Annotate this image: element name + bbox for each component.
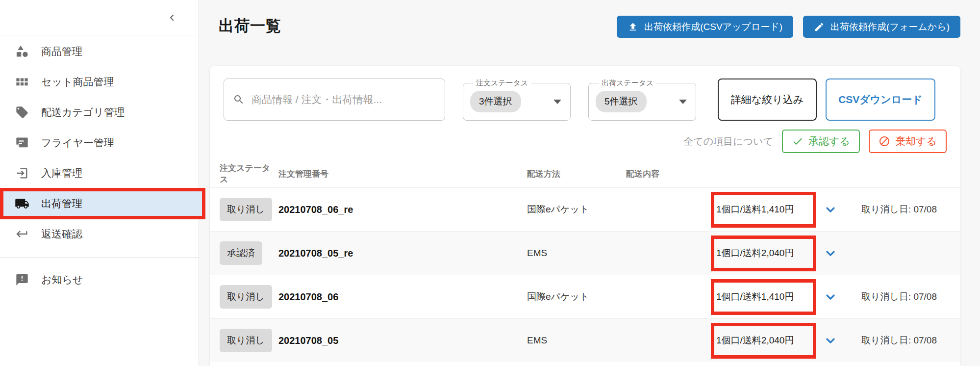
shipping-method: 国際eパケット [527, 290, 711, 303]
shipping-content-annotated: 1個口/送料2,040円 [711, 235, 816, 271]
expand-row-button[interactable] [816, 291, 845, 303]
status-badge: 取り消し [220, 329, 272, 352]
sidebar-divider [0, 257, 199, 258]
sidebar-item-label: 商品管理 [41, 45, 82, 58]
create-shipment-form-button[interactable]: 出荷依頼作成(フォームから) [803, 16, 960, 38]
main-content: 出荷一覧 出荷依頼作成(CSVアップロード) 出荷依頼作成(フォームから) [199, 0, 980, 366]
expand-row-button[interactable] [816, 335, 845, 346]
expand-row-button[interactable] [816, 204, 845, 215]
page-title: 出荷一覧 [219, 16, 281, 36]
sidebar-item-shipping[interactable]: 出荷管理 [0, 188, 205, 219]
sidebar-item-notices[interactable]: お知らせ [0, 264, 199, 295]
chevron-left-icon [168, 13, 176, 22]
table-row[interactable]: 取り消し 20210708_06_re 国際eパケット 1個口/送料1,410円… [210, 187, 960, 231]
shipment-table: 注文ステータス 注文管理番号 配送方法 配送内容 取り消し 20210708_0… [210, 160, 960, 362]
sidebar-item-label: 出荷管理 [41, 197, 82, 210]
csv-download-button[interactable]: CSVダウンロード [826, 78, 935, 121]
chevron-down-icon [825, 291, 836, 303]
truck-icon [15, 196, 29, 211]
shipping-content-annotated: 1個口/送料2,040円 [711, 323, 816, 359]
bulk-actions-row: 全ての項目について 承認する 棄却する [210, 130, 960, 153]
sidebar-item-set-products[interactable]: セット商品管理 [0, 67, 199, 97]
expand-row-button[interactable] [816, 247, 845, 259]
ship-status-chip[interactable]: 5件選択 [596, 91, 647, 112]
sidebar-item-label: フライヤー管理 [41, 136, 114, 150]
caret-down-icon [553, 100, 561, 104]
order-number: 20210708_05_re [278, 248, 527, 259]
table-row[interactable]: 取り消し 20210708_06 国際eパケット 1個口/送料1,410円 取り… [210, 275, 960, 318]
search-input[interactable] [251, 94, 436, 105]
order-number: 20210708_05 [278, 335, 527, 346]
cancel-date: 取り消し日: 07/08 [861, 290, 960, 303]
column-header-method: 配送方法 [527, 168, 626, 180]
sidebar-top [0, 0, 199, 35]
button-label: 出荷依頼作成(CSVアップロード) [644, 21, 782, 33]
header-buttons: 出荷依頼作成(CSVアップロード) 出荷依頼作成(フォームから) [617, 16, 960, 38]
pencil-icon [814, 22, 825, 32]
status-badge: 取り消し [220, 198, 272, 221]
order-number: 20210708_06_re [278, 204, 527, 215]
table-header-row: 注文ステータス 注文管理番号 配送方法 配送内容 [210, 160, 960, 187]
order-status-chip[interactable]: 3件選択 [470, 91, 521, 112]
order-status-filter-label: 注文ステータス [473, 78, 531, 88]
ship-status-filter-label: 出荷ステータス [599, 78, 656, 88]
filter-bar: 注文ステータス 3件選択 出荷ステータス 5件選択 詳細な絞り込み CSVダウン… [210, 66, 960, 121]
ship-status-filter[interactable]: 出荷ステータス 5件選択 [588, 78, 696, 121]
bulk-actions-label: 全ての項目について [683, 135, 773, 148]
column-header-status: 注文ステータス [220, 162, 278, 185]
button-label: 出荷依頼作成(フォームから) [830, 21, 950, 33]
flyer-icon [15, 135, 29, 150]
sidebar: 商品管理 セット商品管理 配送カテゴリ管理 フライヤー管理 入庫管理 [0, 0, 199, 366]
sidebar-item-label: 配送カテゴリ管理 [41, 105, 125, 119]
chevron-down-icon [825, 247, 836, 259]
shipping-content-annotated: 1個口/送料1,410円 [711, 192, 816, 228]
inbound-icon [15, 166, 29, 181]
sidebar-item-inbound[interactable]: 入庫管理 [0, 158, 199, 188]
shipping-method: EMS [527, 248, 711, 259]
order-number: 20210708_06 [278, 291, 527, 303]
chevron-down-icon [825, 335, 836, 346]
upload-icon [628, 22, 638, 32]
main-header: 出荷一覧 出荷依頼作成(CSVアップロード) 出荷依頼作成(フォームから) [210, 16, 960, 38]
table-row[interactable]: 承認済 20210708_05_re EMS 1個口/送料2,040円 [210, 231, 960, 275]
search-box [224, 78, 445, 121]
grid-icon [15, 75, 29, 89]
button-label: 棄却する [895, 134, 937, 148]
cancel-date: 取り消し日: 07/08 [861, 203, 960, 216]
reject-all-button[interactable]: 棄却する [869, 130, 947, 153]
sidebar-item-flyer[interactable]: フライヤー管理 [0, 128, 199, 158]
status-badge: 承認済 [220, 241, 262, 265]
sidebar-item-returns[interactable]: 返送確認 [0, 219, 199, 249]
sidebar-item-label: 返送確認 [41, 227, 82, 241]
sidebar-nav: 商品管理 セット商品管理 配送カテゴリ管理 フライヤー管理 入庫管理 [0, 36, 199, 295]
order-status-filter[interactable]: 注文ステータス 3件選択 [463, 78, 571, 121]
shapes-icon [15, 44, 29, 59]
announcement-icon [15, 272, 29, 287]
sidebar-item-label: お知らせ [41, 273, 83, 287]
column-header-order-no: 注文管理番号 [278, 168, 527, 180]
detail-filter-button[interactable]: 詳細な絞り込み [718, 78, 817, 121]
shipping-content-annotated: 1個口/送料1,410円 [711, 279, 816, 315]
shipping-method: 国際eパケット [527, 203, 711, 216]
sidebar-item-label: 入庫管理 [41, 166, 82, 180]
return-arrow-icon [15, 227, 29, 241]
sidebar-item-products[interactable]: 商品管理 [0, 36, 199, 67]
shipment-list-card: 注文ステータス 3件選択 出荷ステータス 5件選択 詳細な絞り込み CSVダウン… [210, 66, 960, 366]
cancel-date: 取り消し日: 07/08 [861, 334, 960, 347]
approve-all-button[interactable]: 承認する [782, 130, 860, 153]
table-row[interactable]: 取り消し 20210708_05 EMS 1個口/送料2,040円 取り消し日:… [210, 318, 960, 362]
sidebar-item-shipping-category[interactable]: 配送カテゴリ管理 [0, 97, 199, 128]
shipping-method: EMS [527, 335, 711, 346]
tag-icon [15, 105, 29, 120]
caret-down-icon [679, 100, 687, 104]
search-icon [233, 94, 245, 105]
column-header-content: 配送内容 [626, 168, 960, 180]
sidebar-item-label: セット商品管理 [41, 75, 114, 89]
create-shipment-csv-button[interactable]: 出荷依頼作成(CSVアップロード) [617, 16, 793, 38]
chevron-down-icon [825, 204, 836, 215]
block-icon [879, 135, 890, 147]
button-label: 承認する [808, 134, 850, 148]
sidebar-collapse-button[interactable] [165, 11, 179, 25]
check-icon [792, 135, 804, 147]
status-badge: 取り消し [220, 285, 272, 309]
